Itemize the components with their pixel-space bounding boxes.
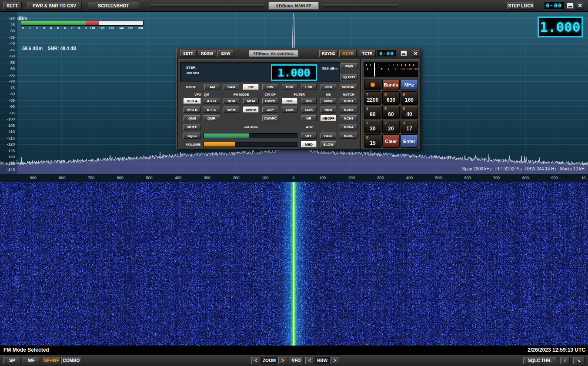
rx-minimize-button[interactable] xyxy=(401,50,407,56)
info-button[interactable]: i xyxy=(560,357,570,364)
decimal-point-button[interactable] xyxy=(364,79,381,90)
rx-rdsw-button[interactable]: RDSW xyxy=(198,50,216,57)
vfo-b-button[interactable]: VFO B xyxy=(184,106,201,113)
rx-close-button[interactable]: ✕ xyxy=(412,50,419,57)
keypad-grid: 7220086309160480560640130220317015ClearE… xyxy=(364,91,418,148)
mode-fm-button[interactable]: FM xyxy=(243,84,259,90)
keypad-key-7[interactable]: 72200 xyxy=(364,91,381,105)
mhz-button[interactable]: MHz xyxy=(401,79,418,90)
nbw-button[interactable]: NBW xyxy=(321,98,336,104)
db-scale-label: -20 xyxy=(0,16,15,20)
nch2-button[interactable]: NCH2 xyxy=(340,106,357,113)
qmr-button[interactable]: QMR xyxy=(203,115,220,121)
mute-button[interactable]: MUTE xyxy=(184,124,201,130)
volume-bar[interactable] xyxy=(204,142,297,147)
agc-slow-button[interactable]: SLOW xyxy=(321,141,336,147)
step-lock-button[interactable]: STEP LOCK xyxy=(507,2,535,10)
nchl-button[interactable]: NCHL xyxy=(340,133,357,139)
db-scale-label: -55 xyxy=(0,60,15,65)
keypad-key-4[interactable]: 480 xyxy=(364,106,381,119)
filter-60k-button[interactable]: 60K xyxy=(282,98,297,104)
tctr-button[interactable]: TCTR xyxy=(359,50,376,57)
db-scale-label: -120 xyxy=(0,142,15,146)
close-button[interactable]: ✕ xyxy=(576,2,584,10)
wfm-button[interactable]: WFM xyxy=(224,106,239,113)
agc-med-button[interactable]: MED xyxy=(301,141,317,147)
rx-control-window: SETT. RDSW EXW SDRuno RX CONTROL RSYN2 M… xyxy=(176,48,421,150)
nch3-button[interactable]: NCH3 xyxy=(340,115,357,121)
keypad-key-6[interactable]: 640 xyxy=(401,106,418,119)
nbn-button[interactable]: NBN xyxy=(321,106,336,113)
rx-exw-button[interactable]: EXW xyxy=(217,50,234,57)
key-digit-label: 2 xyxy=(384,121,387,125)
keypad-key-2[interactable]: 220 xyxy=(382,120,400,133)
clear-button[interactable]: Clear xyxy=(382,134,400,148)
vfo-button[interactable]: VFO xyxy=(289,357,304,364)
keypad-key-1[interactable]: 130 xyxy=(364,120,381,133)
mode-usb-button[interactable]: USB xyxy=(321,84,336,90)
squelch-level-bar[interactable] xyxy=(204,133,297,138)
sp-view-button[interactable]: SP xyxy=(3,357,21,364)
waterfall-display[interactable] xyxy=(0,182,588,346)
sqlc-threshold-button[interactable]: SQLC THR. xyxy=(523,357,556,364)
resize-corner-button[interactable]: ↘ xyxy=(573,357,585,364)
b-to-a-button[interactable]: B > A xyxy=(203,106,220,113)
mode-cw-button[interactable]: CW xyxy=(262,84,278,90)
header-fm-mode: FM MODE xyxy=(224,92,259,97)
mode-dsb-button[interactable]: DSB xyxy=(282,84,297,90)
filter-80k-button[interactable]: 80K xyxy=(301,98,317,104)
mode-am-button[interactable]: AM xyxy=(204,84,220,90)
bands-button[interactable]: Bands xyxy=(382,79,400,90)
mode-lsb-button[interactable]: LSB xyxy=(301,84,317,90)
vfo-a-button[interactable]: VFO A xyxy=(184,98,201,104)
settings-button[interactable]: SETT. xyxy=(3,2,22,10)
main-frequency-value: 1.000 xyxy=(540,19,580,35)
meter-red-zone xyxy=(400,64,416,66)
rsyn2-button[interactable]: RSYN2 xyxy=(319,50,337,57)
keypad-key-5[interactable]: 560 xyxy=(382,106,400,119)
nr-button[interactable]: NR xyxy=(301,115,317,121)
cwafc-button[interactable]: CWAFC xyxy=(262,115,278,121)
zap-button[interactable]: ZAP xyxy=(262,106,278,113)
mfm-button[interactable]: MFM xyxy=(243,98,259,104)
pwr-snr-to-csv-button[interactable]: PWR & SNR TO CSV xyxy=(27,2,82,10)
swfm-button[interactable]: SWFM xyxy=(243,106,259,113)
sp-wf-view-button[interactable]: SP+WF xyxy=(42,357,61,364)
combo-view-button[interactable]: COMBO xyxy=(61,357,81,364)
enter-button[interactable]: Enter xyxy=(401,134,418,148)
mctr-button[interactable]: MCTR xyxy=(339,50,357,57)
sqlc-button[interactable]: SQLC xyxy=(184,133,201,139)
qms-button[interactable]: QMS xyxy=(184,115,201,121)
keypad-key-9[interactable]: 9160 xyxy=(401,91,418,105)
rx-settings-button[interactable]: SETT. xyxy=(180,50,197,57)
freq-axis-label: -500 xyxy=(144,176,152,180)
rbw-down-button[interactable]: < xyxy=(305,357,314,364)
iq-out-button[interactable]: IQ OUT xyxy=(341,74,358,80)
minimize-button[interactable] xyxy=(567,3,574,9)
filter-192k-button[interactable]: 192K xyxy=(301,106,317,113)
nch4-button[interactable]: NCH4 xyxy=(340,124,357,130)
mode-sam-button[interactable]: SAM xyxy=(224,84,239,90)
smeter-tick-label: 8 xyxy=(78,26,80,30)
zoom-in-button[interactable]: > xyxy=(278,357,287,364)
keypad-key-8[interactable]: 8630 xyxy=(382,91,400,105)
cwpk-button[interactable]: CWPK xyxy=(262,98,278,104)
agc-fast-button[interactable]: FAST xyxy=(321,133,336,139)
agc-off-button[interactable]: OFF xyxy=(301,133,317,139)
nfm-button[interactable]: NFM xyxy=(224,98,239,104)
keypad-key-0[interactable]: 015 xyxy=(364,134,381,148)
filter-120k-button[interactable]: 120K xyxy=(282,106,297,113)
a-to-b-button[interactable]: A > B xyxy=(203,98,220,104)
smeter-tick-label: +40 xyxy=(118,26,124,30)
rbw-up-button[interactable]: > xyxy=(331,357,339,364)
wf-view-button[interactable]: WF xyxy=(23,357,40,364)
keypad-key-3[interactable]: 317 xyxy=(401,120,418,133)
nch1-button[interactable]: NCH1 xyxy=(340,98,357,104)
mode-digital-button[interactable]: DIGITAL xyxy=(340,84,357,90)
rms-button[interactable]: RMS xyxy=(341,63,358,69)
sdruno-main-window: SETT. PWR & SNR TO CSV SCREENSHOT SDRuno… xyxy=(0,0,588,366)
zoom-out-button[interactable]: < xyxy=(251,357,260,364)
screenshot-button[interactable]: SCREENSHOT xyxy=(88,2,139,10)
nboff-button[interactable]: NBOFF xyxy=(321,115,336,121)
rx-frequency-display[interactable]: 1.000 xyxy=(271,64,317,81)
